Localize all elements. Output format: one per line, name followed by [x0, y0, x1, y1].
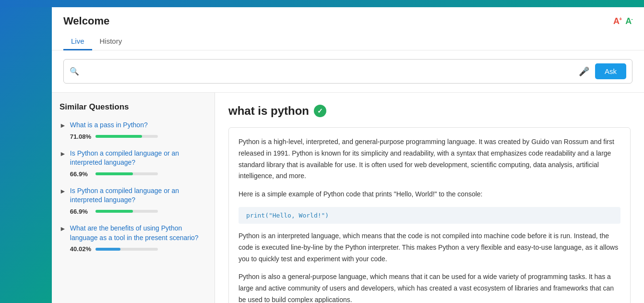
progress-bar-fill	[95, 172, 133, 175]
progress-bar-fill	[95, 135, 143, 138]
answer-paragraph-4: Python is also a general-purpose languag…	[239, 271, 620, 303]
font-decrease-button[interactable]: A-	[625, 16, 632, 26]
question-text: What are the benefits of using Python la…	[70, 224, 207, 242]
sidebar-background	[0, 0, 53, 303]
question-text: What is a pass in Python?	[70, 121, 207, 130]
progress-bar-bg	[95, 135, 158, 138]
progress-row: 40.02%	[70, 245, 207, 253]
chevron-icon: ►	[60, 150, 66, 158]
answer-paragraph-1: Python is a high-level, interpreted, and…	[239, 136, 620, 182]
answer-box: Python is a high-level, interpreted, and…	[228, 127, 631, 303]
question-content: Is Python a compiled language or an inte…	[70, 149, 207, 178]
top-bar	[0, 0, 644, 7]
page-title: Welcome	[63, 15, 109, 27]
header: Welcome A+ A- Live History	[52, 7, 644, 50]
answer-paragraph-2: Here is a simple example of Python code …	[239, 189, 620, 200]
progress-row: 66.9%	[70, 170, 207, 178]
chevron-icon: ►	[60, 121, 66, 129]
tab-history[interactable]: History	[92, 33, 130, 50]
mic-icon[interactable]: 🎤	[579, 66, 589, 77]
question-content: What is a pass in Python? 71.08%	[70, 121, 207, 140]
progress-bar-bg	[95, 172, 158, 175]
question-header: what is python ✓	[228, 104, 631, 118]
question-text: Is Python a compiled language or an inte…	[70, 149, 207, 168]
content-area: Similar Questions ► What is a pass in Py…	[52, 93, 644, 303]
header-top: Welcome A+ A-	[63, 15, 632, 27]
similar-question-item[interactable]: ► What is a pass in Python? 71.08%	[60, 121, 207, 140]
tab-bar: Live History	[63, 33, 632, 50]
check-badge: ✓	[314, 105, 326, 117]
similar-question-item[interactable]: ► What are the benefits of using Python …	[60, 224, 207, 253]
progress-bar-fill	[95, 248, 120, 251]
chevron-icon: ►	[60, 187, 66, 195]
progress-percent: 71.08%	[70, 133, 92, 140]
progress-percent: 66.9%	[70, 208, 92, 215]
main-content: what is python ✓ Python is a high-level,…	[215, 93, 644, 303]
similar-question-item[interactable]: ► Is Python a compiled language or an in…	[60, 186, 207, 215]
progress-row: 66.9%	[70, 208, 207, 215]
question-content: Is Python a compiled language or an inte…	[70, 186, 207, 215]
progress-percent: 66.9%	[70, 170, 92, 178]
progress-bar-bg	[95, 248, 158, 251]
question-title: what is python	[228, 104, 309, 118]
ask-button[interactable]: Ask	[595, 63, 626, 79]
tab-live[interactable]: Live	[63, 33, 92, 50]
answer-paragraph-3: Python is an interpreted language, which…	[239, 230, 620, 265]
search-section: 🔍 🎤 Ask	[52, 50, 644, 93]
progress-row: 71.08%	[70, 133, 207, 140]
sidebar: Similar Questions ► What is a pass in Py…	[52, 93, 215, 303]
code-block: print("Hello, World!")	[239, 207, 620, 224]
progress-percent: 40.02%	[70, 245, 92, 253]
progress-bar-fill	[95, 210, 133, 213]
chevron-icon: ►	[60, 225, 66, 232]
font-controls: A+ A-	[613, 16, 632, 26]
question-text: Is Python a compiled language or an inte…	[70, 186, 207, 205]
search-bar-container: 🔍 🎤 Ask	[63, 59, 632, 84]
search-input[interactable]	[83, 67, 579, 75]
search-icon: 🔍	[70, 67, 79, 76]
progress-bar-bg	[95, 210, 158, 213]
similar-question-item[interactable]: ► Is Python a compiled language or an in…	[60, 149, 207, 178]
main-container: Welcome A+ A- Live History 🔍 🎤 Ask Si	[52, 7, 644, 303]
font-increase-button[interactable]: A+	[613, 16, 621, 26]
sidebar-title: Similar Questions	[60, 102, 207, 112]
question-content: What are the benefits of using Python la…	[70, 224, 207, 253]
